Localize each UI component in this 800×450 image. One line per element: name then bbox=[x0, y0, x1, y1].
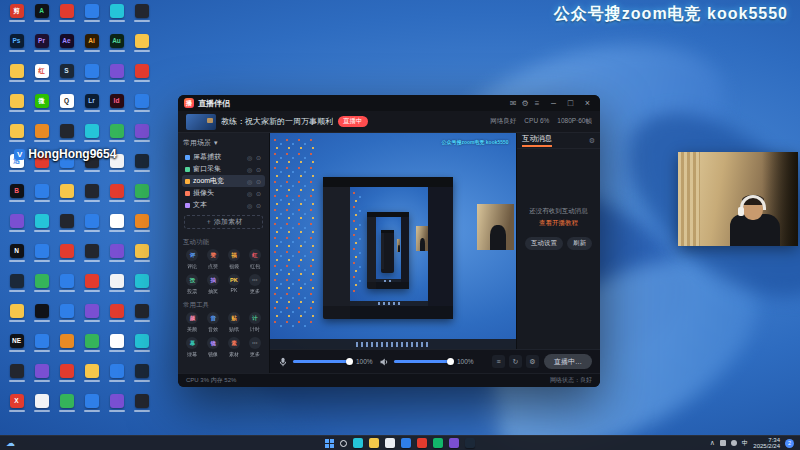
ime-indicator[interactable]: 中 bbox=[742, 439, 749, 448]
desktop-icon[interactable]: Lr bbox=[79, 94, 104, 124]
desktop-icon[interactable]: 红 bbox=[29, 64, 54, 94]
interaction-settings-button[interactable]: 互动设置 bbox=[525, 237, 563, 250]
interact-feature-button[interactable]: 红 红包 bbox=[244, 249, 265, 271]
desktop-icon[interactable] bbox=[104, 334, 129, 364]
desktop-icon[interactable] bbox=[54, 244, 79, 274]
desktop-icon[interactable] bbox=[54, 214, 79, 244]
live-state-button[interactable]: 直播中… bbox=[544, 354, 592, 369]
tool-button[interactable]: 音 音效 bbox=[203, 312, 224, 334]
desktop-icon[interactable] bbox=[129, 214, 154, 244]
start-button[interactable] bbox=[325, 439, 334, 448]
desktop-icon[interactable] bbox=[129, 34, 154, 64]
notification-badge[interactable]: 2 bbox=[785, 439, 794, 448]
add-source-button[interactable]: ＋ 添加素材 bbox=[184, 215, 263, 229]
interact-feature-button[interactable]: 福 福袋 bbox=[224, 249, 245, 271]
desktop-icon[interactable] bbox=[29, 184, 54, 214]
desktop-icon[interactable] bbox=[129, 154, 154, 184]
mic-volume-slider[interactable] bbox=[293, 360, 351, 363]
desktop-icon[interactable]: N bbox=[4, 244, 29, 274]
scene-header[interactable]: 常用场景 ▾ bbox=[183, 138, 264, 148]
desktop-icon[interactable]: Ae bbox=[54, 34, 79, 64]
live-preview-canvas[interactable]: 公众号搜zoom电竞 kook5550 bbox=[270, 133, 516, 349]
desktop-icon[interactable] bbox=[79, 64, 104, 94]
close-button[interactable]: × bbox=[581, 98, 594, 108]
taskbar-app-icon[interactable] bbox=[417, 438, 427, 448]
desktop-icon[interactable] bbox=[129, 364, 154, 394]
desktop-icon[interactable] bbox=[79, 394, 104, 424]
audio-tool-button[interactable]: ↻ bbox=[509, 355, 522, 368]
desktop-icon[interactable]: Ps bbox=[4, 34, 29, 64]
desktop-icon[interactable] bbox=[54, 184, 79, 214]
speaker-volume-slider[interactable] bbox=[394, 360, 452, 363]
desktop-icon[interactable] bbox=[29, 214, 54, 244]
desktop-icon[interactable] bbox=[29, 364, 54, 394]
interact-feature-button[interactable]: 抽 抽奖 bbox=[203, 274, 224, 296]
desktop-icon[interactable] bbox=[4, 364, 29, 394]
desktop-icon[interactable] bbox=[129, 4, 154, 34]
interact-feature-button[interactable]: ⋯ 更多 bbox=[244, 274, 265, 296]
desktop-icon[interactable] bbox=[4, 94, 29, 124]
microphone-icon[interactable] bbox=[278, 357, 288, 367]
desktop-icon[interactable] bbox=[104, 214, 129, 244]
interact-feature-button[interactable]: 投 投票 bbox=[182, 274, 203, 296]
taskbar-app-icon[interactable] bbox=[353, 438, 363, 448]
desktop-icon[interactable] bbox=[104, 364, 129, 394]
desktop-icon[interactable]: Au bbox=[104, 34, 129, 64]
gear-icon[interactable]: ⚙ bbox=[589, 137, 595, 145]
desktop-icon[interactable] bbox=[4, 64, 29, 94]
desktop-icon[interactable] bbox=[129, 394, 154, 424]
eye-lock-icons[interactable]: ◎ ⊙ bbox=[247, 178, 262, 185]
desktop-icon[interactable]: 微 bbox=[29, 94, 54, 124]
interact-feature-button[interactable]: 评 评论 bbox=[182, 249, 203, 271]
widgets-weather-icon[interactable]: ☁ bbox=[6, 439, 15, 448]
desktop-icon[interactable] bbox=[29, 274, 54, 304]
tool-button[interactable]: 素 素材 bbox=[224, 337, 245, 359]
tool-button[interactable]: 镜 镜像 bbox=[203, 337, 224, 359]
search-icon[interactable] bbox=[340, 440, 347, 447]
desktop-icon[interactable] bbox=[4, 304, 29, 334]
desktop-icon[interactable] bbox=[54, 4, 79, 34]
refresh-button[interactable]: 刷新 bbox=[567, 237, 592, 250]
audio-tool-button[interactable]: ≡ bbox=[492, 355, 505, 368]
desktop-icon[interactable]: 剪 bbox=[4, 4, 29, 34]
desktop-icon[interactable] bbox=[104, 304, 129, 334]
desktop-icon[interactable]: X bbox=[4, 394, 29, 424]
desktop-icon[interactable] bbox=[79, 184, 104, 214]
desktop-icon[interactable] bbox=[129, 94, 154, 124]
tool-button[interactable]: 计 计时 bbox=[244, 312, 265, 334]
audio-tool-button[interactable]: ⚙ bbox=[526, 355, 539, 368]
eye-lock-icons[interactable]: ◎ ⊙ bbox=[247, 190, 262, 197]
volume-icon[interactable] bbox=[731, 440, 737, 446]
desktop-icon[interactable]: Q bbox=[54, 94, 79, 124]
desktop-icon[interactable] bbox=[129, 304, 154, 334]
tutorial-link[interactable]: 查看开播教程 bbox=[539, 219, 578, 228]
source-item[interactable]: 窗口采集 ◎ ⊙ bbox=[182, 163, 265, 175]
tool-button[interactable]: 颜 美颜 bbox=[182, 312, 203, 334]
desktop-icon[interactable]: B bbox=[4, 184, 29, 214]
eye-lock-icons[interactable]: ◎ ⊙ bbox=[247, 154, 262, 161]
source-item[interactable]: 屏幕捕获 ◎ ⊙ bbox=[182, 151, 265, 163]
titlebar-tool-icon[interactable]: ✉ bbox=[507, 99, 519, 108]
desktop-icon[interactable] bbox=[29, 244, 54, 274]
desktop-icon[interactable]: A bbox=[29, 4, 54, 34]
desktop-icon[interactable] bbox=[54, 304, 79, 334]
desktop-icon[interactable] bbox=[104, 4, 129, 34]
maximize-button[interactable]: □ bbox=[564, 98, 577, 108]
minimize-button[interactable]: – bbox=[547, 98, 560, 108]
desktop-icon[interactable] bbox=[4, 214, 29, 244]
speaker-icon[interactable] bbox=[379, 357, 389, 367]
desktop-icon[interactable] bbox=[129, 124, 154, 154]
interact-feature-button[interactable]: PK PK bbox=[224, 274, 245, 296]
tool-button[interactable]: ⋯ 更多 bbox=[244, 337, 265, 359]
desktop-icon[interactable] bbox=[104, 64, 129, 94]
desktop-icon[interactable] bbox=[129, 274, 154, 304]
eye-lock-icons[interactable]: ◎ ⊙ bbox=[247, 202, 262, 209]
desktop-icon[interactable] bbox=[129, 244, 154, 274]
desktop-icon[interactable] bbox=[104, 274, 129, 304]
tool-button[interactable]: 幕 绿幕 bbox=[182, 337, 203, 359]
desktop-icon[interactable]: Id bbox=[104, 94, 129, 124]
taskbar-app-icon[interactable] bbox=[369, 438, 379, 448]
desktop-icon[interactable] bbox=[54, 334, 79, 364]
desktop-icon[interactable] bbox=[104, 394, 129, 424]
window-titlebar[interactable]: 播 直播伴侣 ✉⚙≡ – □ × bbox=[178, 95, 600, 111]
